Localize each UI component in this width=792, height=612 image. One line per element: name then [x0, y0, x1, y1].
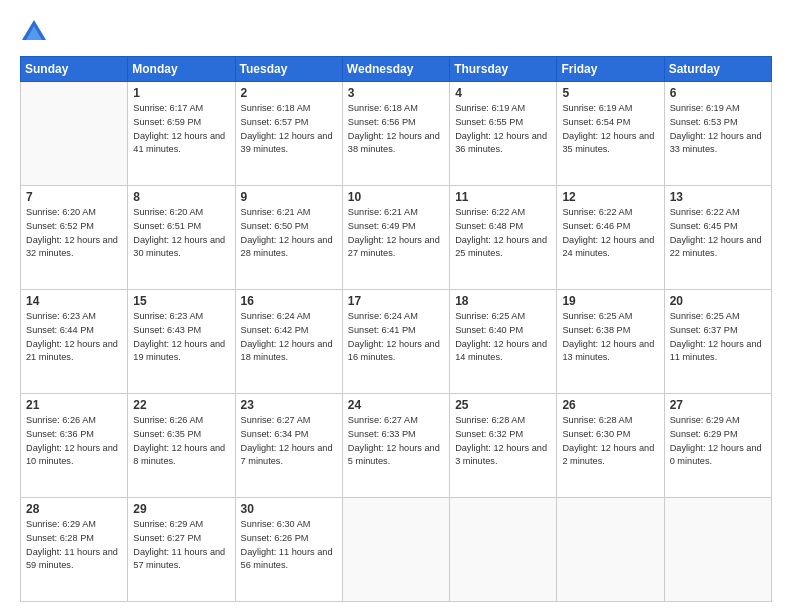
day-info: Sunrise: 6:18 AMSunset: 6:57 PMDaylight:… — [241, 102, 337, 157]
day-info: Sunrise: 6:20 AMSunset: 6:52 PMDaylight:… — [26, 206, 122, 261]
logo — [20, 18, 52, 46]
day-info: Sunrise: 6:25 AMSunset: 6:40 PMDaylight:… — [455, 310, 551, 365]
weekday-header-monday: Monday — [128, 57, 235, 82]
day-number: 17 — [348, 294, 444, 308]
day-info: Sunrise: 6:17 AMSunset: 6:59 PMDaylight:… — [133, 102, 229, 157]
day-number: 13 — [670, 190, 766, 204]
week-row-3: 14Sunrise: 6:23 AMSunset: 6:44 PMDayligh… — [21, 290, 772, 394]
day-number: 10 — [348, 190, 444, 204]
calendar-cell: 3Sunrise: 6:18 AMSunset: 6:56 PMDaylight… — [342, 82, 449, 186]
calendar-cell — [557, 498, 664, 602]
day-info: Sunrise: 6:23 AMSunset: 6:44 PMDaylight:… — [26, 310, 122, 365]
day-number: 11 — [455, 190, 551, 204]
day-number: 29 — [133, 502, 229, 516]
calendar-cell: 2Sunrise: 6:18 AMSunset: 6:57 PMDaylight… — [235, 82, 342, 186]
calendar-cell: 17Sunrise: 6:24 AMSunset: 6:41 PMDayligh… — [342, 290, 449, 394]
weekday-header-row: SundayMondayTuesdayWednesdayThursdayFrid… — [21, 57, 772, 82]
day-number: 8 — [133, 190, 229, 204]
day-info: Sunrise: 6:27 AMSunset: 6:34 PMDaylight:… — [241, 414, 337, 469]
day-info: Sunrise: 6:22 AMSunset: 6:48 PMDaylight:… — [455, 206, 551, 261]
day-number: 25 — [455, 398, 551, 412]
day-number: 21 — [26, 398, 122, 412]
calendar-cell: 16Sunrise: 6:24 AMSunset: 6:42 PMDayligh… — [235, 290, 342, 394]
week-row-5: 28Sunrise: 6:29 AMSunset: 6:28 PMDayligh… — [21, 498, 772, 602]
day-number: 6 — [670, 86, 766, 100]
day-number: 27 — [670, 398, 766, 412]
day-number: 18 — [455, 294, 551, 308]
calendar-cell: 10Sunrise: 6:21 AMSunset: 6:49 PMDayligh… — [342, 186, 449, 290]
calendar-cell: 20Sunrise: 6:25 AMSunset: 6:37 PMDayligh… — [664, 290, 771, 394]
calendar-cell: 21Sunrise: 6:26 AMSunset: 6:36 PMDayligh… — [21, 394, 128, 498]
calendar-cell: 18Sunrise: 6:25 AMSunset: 6:40 PMDayligh… — [450, 290, 557, 394]
week-row-1: 1Sunrise: 6:17 AMSunset: 6:59 PMDaylight… — [21, 82, 772, 186]
calendar-cell: 8Sunrise: 6:20 AMSunset: 6:51 PMDaylight… — [128, 186, 235, 290]
day-info: Sunrise: 6:29 AMSunset: 6:29 PMDaylight:… — [670, 414, 766, 469]
calendar-cell: 9Sunrise: 6:21 AMSunset: 6:50 PMDaylight… — [235, 186, 342, 290]
calendar-cell: 19Sunrise: 6:25 AMSunset: 6:38 PMDayligh… — [557, 290, 664, 394]
day-info: Sunrise: 6:27 AMSunset: 6:33 PMDaylight:… — [348, 414, 444, 469]
calendar-cell: 15Sunrise: 6:23 AMSunset: 6:43 PMDayligh… — [128, 290, 235, 394]
week-row-2: 7Sunrise: 6:20 AMSunset: 6:52 PMDaylight… — [21, 186, 772, 290]
day-number: 30 — [241, 502, 337, 516]
calendar-cell — [450, 498, 557, 602]
day-info: Sunrise: 6:19 AMSunset: 6:54 PMDaylight:… — [562, 102, 658, 157]
day-info: Sunrise: 6:20 AMSunset: 6:51 PMDaylight:… — [133, 206, 229, 261]
calendar-cell — [664, 498, 771, 602]
calendar-cell: 4Sunrise: 6:19 AMSunset: 6:55 PMDaylight… — [450, 82, 557, 186]
day-number: 15 — [133, 294, 229, 308]
day-number: 14 — [26, 294, 122, 308]
day-number: 3 — [348, 86, 444, 100]
calendar-cell: 5Sunrise: 6:19 AMSunset: 6:54 PMDaylight… — [557, 82, 664, 186]
calendar-cell: 13Sunrise: 6:22 AMSunset: 6:45 PMDayligh… — [664, 186, 771, 290]
day-info: Sunrise: 6:26 AMSunset: 6:35 PMDaylight:… — [133, 414, 229, 469]
calendar-cell: 28Sunrise: 6:29 AMSunset: 6:28 PMDayligh… — [21, 498, 128, 602]
day-info: Sunrise: 6:19 AMSunset: 6:55 PMDaylight:… — [455, 102, 551, 157]
day-info: Sunrise: 6:28 AMSunset: 6:30 PMDaylight:… — [562, 414, 658, 469]
day-info: Sunrise: 6:22 AMSunset: 6:45 PMDaylight:… — [670, 206, 766, 261]
calendar-cell — [342, 498, 449, 602]
day-number: 28 — [26, 502, 122, 516]
day-number: 9 — [241, 190, 337, 204]
weekday-header-sunday: Sunday — [21, 57, 128, 82]
day-info: Sunrise: 6:24 AMSunset: 6:41 PMDaylight:… — [348, 310, 444, 365]
calendar-cell: 22Sunrise: 6:26 AMSunset: 6:35 PMDayligh… — [128, 394, 235, 498]
calendar-cell: 11Sunrise: 6:22 AMSunset: 6:48 PMDayligh… — [450, 186, 557, 290]
day-info: Sunrise: 6:21 AMSunset: 6:49 PMDaylight:… — [348, 206, 444, 261]
calendar: SundayMondayTuesdayWednesdayThursdayFrid… — [20, 56, 772, 602]
calendar-cell: 25Sunrise: 6:28 AMSunset: 6:32 PMDayligh… — [450, 394, 557, 498]
calendar-cell: 26Sunrise: 6:28 AMSunset: 6:30 PMDayligh… — [557, 394, 664, 498]
day-info: Sunrise: 6:24 AMSunset: 6:42 PMDaylight:… — [241, 310, 337, 365]
calendar-cell: 7Sunrise: 6:20 AMSunset: 6:52 PMDaylight… — [21, 186, 128, 290]
day-info: Sunrise: 6:18 AMSunset: 6:56 PMDaylight:… — [348, 102, 444, 157]
weekday-header-saturday: Saturday — [664, 57, 771, 82]
day-number: 19 — [562, 294, 658, 308]
day-info: Sunrise: 6:23 AMSunset: 6:43 PMDaylight:… — [133, 310, 229, 365]
day-number: 5 — [562, 86, 658, 100]
weekday-header-thursday: Thursday — [450, 57, 557, 82]
day-info: Sunrise: 6:28 AMSunset: 6:32 PMDaylight:… — [455, 414, 551, 469]
day-info: Sunrise: 6:29 AMSunset: 6:27 PMDaylight:… — [133, 518, 229, 573]
day-info: Sunrise: 6:19 AMSunset: 6:53 PMDaylight:… — [670, 102, 766, 157]
calendar-cell: 14Sunrise: 6:23 AMSunset: 6:44 PMDayligh… — [21, 290, 128, 394]
weekday-header-wednesday: Wednesday — [342, 57, 449, 82]
day-number: 12 — [562, 190, 658, 204]
calendar-cell: 27Sunrise: 6:29 AMSunset: 6:29 PMDayligh… — [664, 394, 771, 498]
calendar-cell — [21, 82, 128, 186]
day-info: Sunrise: 6:25 AMSunset: 6:37 PMDaylight:… — [670, 310, 766, 365]
calendar-cell: 24Sunrise: 6:27 AMSunset: 6:33 PMDayligh… — [342, 394, 449, 498]
day-info: Sunrise: 6:26 AMSunset: 6:36 PMDaylight:… — [26, 414, 122, 469]
day-info: Sunrise: 6:21 AMSunset: 6:50 PMDaylight:… — [241, 206, 337, 261]
calendar-cell: 30Sunrise: 6:30 AMSunset: 6:26 PMDayligh… — [235, 498, 342, 602]
calendar-cell: 6Sunrise: 6:19 AMSunset: 6:53 PMDaylight… — [664, 82, 771, 186]
calendar-cell: 12Sunrise: 6:22 AMSunset: 6:46 PMDayligh… — [557, 186, 664, 290]
day-number: 16 — [241, 294, 337, 308]
logo-icon — [20, 18, 48, 46]
day-number: 1 — [133, 86, 229, 100]
day-number: 20 — [670, 294, 766, 308]
week-row-4: 21Sunrise: 6:26 AMSunset: 6:36 PMDayligh… — [21, 394, 772, 498]
weekday-header-tuesday: Tuesday — [235, 57, 342, 82]
calendar-cell: 23Sunrise: 6:27 AMSunset: 6:34 PMDayligh… — [235, 394, 342, 498]
day-number: 22 — [133, 398, 229, 412]
calendar-cell: 29Sunrise: 6:29 AMSunset: 6:27 PMDayligh… — [128, 498, 235, 602]
day-number: 2 — [241, 86, 337, 100]
